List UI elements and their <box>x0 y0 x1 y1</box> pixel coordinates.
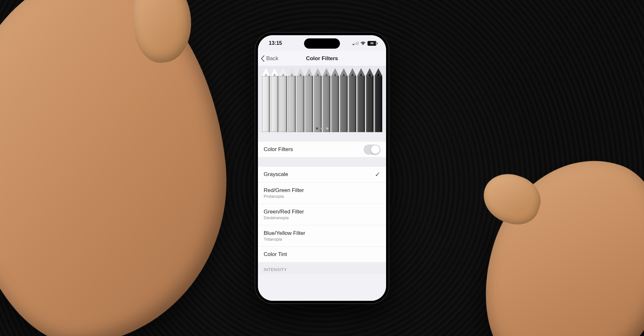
checkmark-icon: ✓ <box>375 171 380 178</box>
pencil <box>296 68 305 132</box>
page-indicator[interactable] <box>258 127 386 130</box>
filter-option-grayscale[interactable]: Grayscale✓ <box>258 167 386 182</box>
iphone-device: 13:15 98 Back Color Filters <box>255 32 389 304</box>
pencil <box>357 68 365 132</box>
cellular-signal-icon <box>353 41 359 45</box>
pencil <box>270 68 279 132</box>
pencil <box>331 68 339 132</box>
page-dot[interactable] <box>326 127 328 130</box>
pencil <box>348 68 357 132</box>
pencil <box>322 68 331 132</box>
filter-option-subtitle: Deuteranopia <box>264 215 380 220</box>
pencil <box>313 68 322 132</box>
page-dot[interactable] <box>321 127 323 130</box>
group-separator <box>258 157 386 167</box>
nav-bar: Back Color Filters <box>258 51 386 66</box>
toggle-group: Color Filters <box>258 142 386 157</box>
screen: 13:15 98 Back Color Filters <box>258 35 386 301</box>
pencil <box>365 68 374 132</box>
intensity-section-header: INTENSITY <box>258 262 386 274</box>
pencils-row <box>258 66 386 132</box>
battery-icon: 98 <box>367 41 378 46</box>
dynamic-island <box>304 38 340 49</box>
filter-options-group: Grayscale✓Red/Green FilterProtanopiaGree… <box>258 167 386 262</box>
status-right: 98 <box>353 41 378 46</box>
toggle-label: Color Filters <box>264 146 364 153</box>
pencil <box>374 68 383 132</box>
filter-option-label: Green/Red FilterDeuteranopia <box>264 209 380 220</box>
filter-preview[interactable] <box>258 66 386 132</box>
pencil <box>339 68 348 132</box>
pencil <box>261 68 270 132</box>
filter-option-subtitle: Tritanopia <box>264 237 380 242</box>
status-time: 13:15 <box>269 40 282 46</box>
filter-option-label: Red/Green FilterProtanopia <box>264 187 380 199</box>
toggle-switch[interactable] <box>364 145 380 155</box>
pencil <box>305 68 313 132</box>
filter-option-label: Blue/Yellow FilterTritanopia <box>264 230 380 242</box>
filter-option-label: Color Tint <box>264 251 380 258</box>
filter-option-color-tint[interactable]: Color Tint <box>258 247 386 262</box>
pencil <box>279 68 287 132</box>
wifi-icon <box>360 41 366 45</box>
back-label: Back <box>266 55 278 62</box>
filter-option-subtitle: Protanopia <box>264 194 380 199</box>
filter-option-blue-yellow-filter[interactable]: Blue/Yellow FilterTritanopia <box>258 225 386 247</box>
chevron-left-icon <box>260 55 265 62</box>
filter-option-label: Grayscale <box>264 171 375 178</box>
battery-percent: 98 <box>370 42 374 45</box>
color-filters-toggle-row[interactable]: Color Filters <box>258 142 386 157</box>
group-separator <box>258 132 386 142</box>
filter-option-red-green-filter[interactable]: Red/Green FilterProtanopia <box>258 182 386 204</box>
page-dot[interactable] <box>316 127 318 130</box>
back-button[interactable]: Back <box>258 55 278 62</box>
filter-option-green-red-filter[interactable]: Green/Red FilterDeuteranopia <box>258 204 386 225</box>
pencil <box>287 68 296 132</box>
